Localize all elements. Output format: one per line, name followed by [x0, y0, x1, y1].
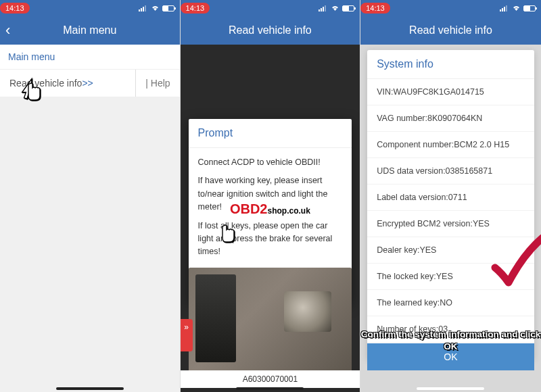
svg-rect-8 [500, 9, 501, 11]
svg-rect-6 [323, 7, 324, 11]
info-row-uds: UDS data version:0385165871 [367, 158, 534, 185]
prompt-body: Connect ACDP to vehicle OBDII! If have w… [189, 148, 352, 275]
home-indicator[interactable] [417, 387, 484, 390]
svg-rect-10 [504, 7, 505, 11]
prompt-title: Prompt [189, 119, 352, 148]
wifi-icon [512, 5, 521, 11]
status-bar: 14:13 [360, 0, 541, 16]
svg-rect-5 [321, 8, 322, 11]
help-label: Help [151, 78, 170, 89]
status-bar: 14:13 [0, 0, 180, 16]
prompt-line: If have working key, please insert to/ne… [198, 174, 343, 214]
nav-bar: Read vehicle info [360, 16, 541, 45]
status-icons [319, 5, 354, 11]
info-row-label: Label data version:0711 [367, 185, 534, 211]
prompt-line: Connect ACDP to vehicle OBDII! [198, 156, 343, 169]
info-row-vag: VAG number:8K0907064KN [367, 105, 534, 132]
nav-title: Read vehicle info [229, 24, 312, 36]
svg-rect-0 [139, 9, 140, 11]
status-time: 14:13 [181, 3, 210, 14]
vehicle-photo [189, 268, 352, 376]
svg-rect-11 [506, 5, 507, 11]
wifi-icon [331, 5, 339, 11]
checkmark-icon [490, 234, 541, 295]
info-row-vin: VIN:WAU9FC8K1GA014715 [367, 79, 534, 105]
nav-title: Main menu [63, 24, 116, 36]
svg-rect-3 [145, 5, 146, 11]
nav-bar: ‹ Main menu [0, 16, 180, 45]
svg-rect-9 [502, 8, 503, 11]
home-indicator[interactable] [236, 387, 304, 390]
nav-bar: Read vehicle info [181, 16, 360, 45]
content-area: Main menu Read vehicle info>> | Help [0, 45, 180, 392]
status-time: 14:13 [360, 3, 390, 14]
status-icons [139, 5, 174, 11]
cursor-icon [214, 219, 237, 249]
help-item[interactable]: | Help [135, 70, 179, 97]
svg-rect-2 [143, 7, 144, 11]
instruction-caption: Confirm the system information and click… [360, 328, 541, 353]
content-area: System info VIN:WAU9FC8K1GA014715 VAG nu… [360, 45, 541, 392]
footer-id: A60300070001 [181, 370, 360, 388]
home-indicator[interactable] [56, 387, 124, 390]
info-row-component: Component number:BCM2 2.0 H15 [367, 132, 534, 158]
content-area: Insert the key into the ignition switch … [181, 45, 360, 392]
battery-icon [162, 5, 174, 11]
nav-title: Read vehicle info [409, 24, 492, 36]
back-icon[interactable]: ‹ [5, 23, 10, 38]
svg-rect-4 [319, 9, 320, 11]
panel-title: System info [367, 50, 534, 79]
signal-icon [500, 5, 509, 11]
screen-system-info: 14:13 Read vehicle info System info VIN:… [360, 0, 541, 392]
status-bar: 14:13 [181, 0, 360, 16]
wifi-icon [151, 5, 160, 11]
side-tab[interactable]: » [181, 319, 193, 351]
signal-icon [319, 5, 328, 11]
status-icons [500, 5, 536, 11]
status-time: 14:13 [0, 3, 30, 14]
signal-icon [139, 5, 148, 11]
system-info-panel: System info VIN:WAU9FC8K1GA014715 VAG nu… [367, 50, 534, 360]
battery-icon [342, 5, 354, 11]
battery-icon [523, 5, 536, 11]
svg-rect-1 [141, 8, 142, 11]
chevron-right-icon: >> [82, 78, 93, 89]
screen-main-menu: 14:13 ‹ Main menu Main menu Read vehicle… [0, 0, 181, 392]
breadcrumb[interactable]: Main menu [0, 45, 180, 70]
cursor-icon [20, 77, 43, 107]
screen-read-vehicle-prompt: 14:13 Read vehicle info Insert the key i… [181, 0, 361, 392]
svg-rect-7 [325, 5, 326, 11]
